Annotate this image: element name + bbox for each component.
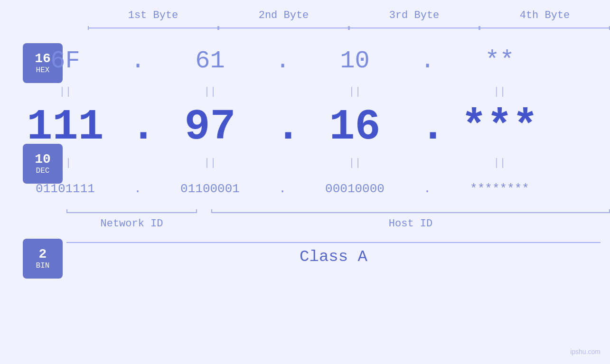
main-container: 1st Byte 2nd Byte 3rd Byte 4th Byte [0,0,610,364]
hex-dot-2: . [275,47,290,75]
equals-5: || [0,157,131,169]
dec-b3: 16 [290,103,420,151]
host-bracket [211,209,610,213]
dec-value-1: 111 [27,103,103,151]
byte-header-2: 2nd Byte [218,9,349,21]
equals-4: || [434,86,565,98]
bin-dot-1: . [131,182,145,196]
hex-value-4: ** [485,47,514,75]
equals-row-1: || || || || [0,82,610,101]
hex-b2: 61 [145,47,275,75]
class-a-bracket [0,237,610,243]
byte-header-4: 4th Byte [479,9,610,21]
hex-row: 6F . 61 . 10 . ** [0,39,610,82]
bin-value-2: 01100001 [180,182,240,196]
dec-value-2: 97 [184,103,235,151]
host-id-label: Host ID [211,218,610,230]
network-id-label: Network ID [66,218,197,230]
byte-header-3: 3rd Byte [349,9,479,21]
bracket-line [480,28,609,28]
hex-b4: ** [434,47,565,75]
bracket-line [219,28,348,28]
bracket-2 [218,26,349,30]
dec-dot-2: . [275,103,290,151]
bin-row: 01101111 . 01100001 . 00010000 . *******… [0,172,610,205]
equals-7: || [290,157,420,169]
bin-b1: 01101111 [0,182,131,196]
rows-wrapper: 16 HEX 6F . 61 . 10 . ** || || [0,39,610,266]
equals-1: || [0,86,131,98]
bin-dot-2: . [275,182,290,196]
equals-row-2: || || || || [0,153,610,172]
dec-dot-3: . [420,103,434,151]
bracket-3 [349,26,479,30]
class-a-bracket-line [66,242,601,243]
bin-badge-number: 2 [39,247,47,262]
equals-2: || [145,86,275,98]
bracket-4 [479,26,610,30]
labels-row: Network ID Host ID [0,218,610,230]
bin-value-3: 00010000 [325,182,385,196]
byte-headers: 1st Byte 2nd Byte 3rd Byte 4th Byte [0,0,610,21]
dec-row: 111 . 97 . 16 . *** [0,101,610,153]
hex-value-2: 61 [195,47,225,75]
bin-badge-label: BIN [36,261,50,270]
hex-dot-3: . [420,47,434,75]
class-a-section: Class A [0,248,610,266]
dec-value-4: *** [461,103,538,151]
hex-value-1: 6F [50,47,80,75]
dec-dot-1: . [131,103,145,151]
network-bracket [66,209,197,213]
bin-b3: 00010000 [290,182,420,196]
bin-dot-3: . [420,182,434,196]
bin-b4: ******** [434,182,565,196]
dec-badge-number: 10 [35,152,51,167]
bin-badge: 2 BIN [23,239,63,279]
bin-value-1: 01101111 [36,182,95,196]
equals-8: || [434,157,565,169]
hex-value-3: 10 [340,47,369,75]
top-bracket-row [0,26,610,30]
dec-b1: 111 [0,103,131,151]
bin-b2: 01100001 [145,182,275,196]
hex-b1: 6F [0,47,131,75]
bottom-bracket-row [0,209,610,213]
bracket-line [89,28,217,28]
class-a-text: Class A [66,248,601,266]
bracket-line [350,28,479,28]
equals-6: || [145,157,275,169]
dec-b4: *** [434,103,565,151]
hex-b3: 10 [290,47,420,75]
bin-value-4: ******** [470,182,529,196]
hex-dot-1: . [131,47,145,75]
dec-value-3: 16 [329,103,380,151]
watermark: ipshu.com [570,348,601,355]
bracket-1 [88,26,218,30]
dot-spacer [197,209,211,213]
byte-header-1: 1st Byte [88,9,218,21]
dec-b2: 97 [145,103,275,151]
equals-3: || [290,86,420,98]
